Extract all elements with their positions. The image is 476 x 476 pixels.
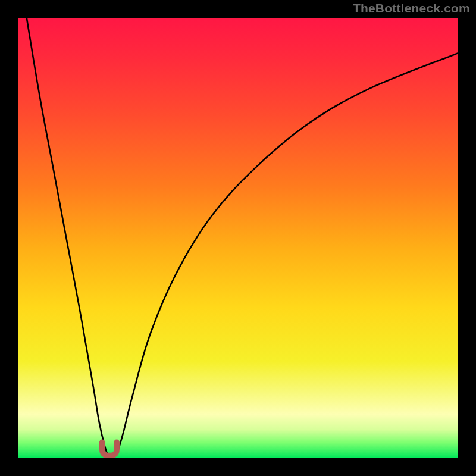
gradient-background xyxy=(18,18,458,458)
plot-area xyxy=(18,18,458,458)
watermark-label: TheBottleneck.com xyxy=(353,1,470,15)
plot-svg xyxy=(18,18,458,458)
outer-frame: TheBottleneck.com xyxy=(0,0,476,476)
